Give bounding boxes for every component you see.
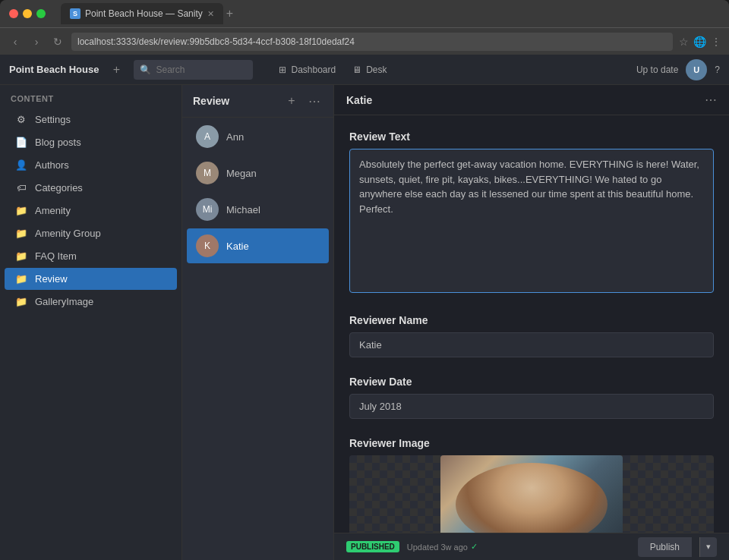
reviewer-name-label: Reviewer Name [349,314,714,326]
reviewer-avatar-ann: A [196,125,219,148]
sidebar-item-review[interactable]: 📁 Review [5,268,177,290]
reviewer-image-label: Reviewer Image [349,437,714,449]
sidebar-item-gallery-image[interactable]: 📁 GalleryImage [5,291,177,313]
browser-titlebar: S Point Beach House — Sanity ✕ + [0,0,729,27]
nav-item-desk[interactable]: 🖥 Desk [345,61,394,78]
sidebar: Content ⚙ Settings 📄 Blog posts 👤 Author… [0,85,182,560]
check-icon: ✓ [471,542,478,552]
nav-item-dashboard[interactable]: ⊞ Dashboard [271,61,343,78]
reviewer-image-container[interactable] [349,455,714,533]
sidebar-item-label: GalleryImage [35,296,93,307]
reviewer-image-section: Reviewer Image [349,437,714,533]
review-item-megan[interactable]: M Megan [187,156,329,190]
detail-title: Katie [346,94,705,106]
close-button[interactable] [9,9,18,18]
tab-bar: S Point Beach House — Sanity ✕ + [61,3,720,24]
blog-posts-icon: 📄 [15,137,27,148]
sidebar-item-label: Authors [35,159,69,171]
detail-content: Review Text Absolutely the perfect get-a… [334,115,729,533]
main-layout: Content ⚙ Settings 📄 Blog posts 👤 Author… [0,85,729,560]
panel-title: Review [193,95,277,107]
settings-icon: ⚙ [15,114,27,125]
review-date-input[interactable] [349,394,714,419]
help-icon[interactable]: ? [715,64,720,75]
sidebar-item-label: Amenity Group [35,228,101,239]
top-bar-right: Up to date U ? [636,59,720,80]
bottom-bar: PUBLISHED Updated 3w ago ✓ Publish ▾ [334,533,729,560]
sidebar-item-authors[interactable]: 👤 Authors [5,154,177,176]
faq-icon: 📁 [15,250,27,262]
panel-add-button[interactable]: + [283,93,300,109]
sidebar-item-label: Settings [35,114,71,125]
avatar[interactable]: U [686,59,707,80]
panel-header: Review + ⋯ [182,85,333,118]
reviewer-photo [440,455,623,533]
publish-button[interactable]: Publish [638,537,692,557]
review-item-michael[interactable]: Mi Michael [187,192,329,227]
reload-button[interactable]: ↻ [50,36,65,48]
sidebar-section-label: Content [0,85,181,108]
dashboard-label: Dashboard [291,64,336,75]
review-text-section: Review Text Absolutely the perfect get-a… [349,131,714,296]
reviewer-name: Katie [226,241,249,252]
panel-menu-button[interactable]: ⋯ [306,93,323,109]
sidebar-item-blog-posts[interactable]: 📄 Blog posts [5,131,177,153]
sidebar-item-label: Blog posts [35,137,81,148]
detail-menu-button[interactable]: ⋯ [705,93,717,107]
detail-panel: Katie ⋯ Review Text Absolutely the perfe… [334,85,729,560]
browser-chrome: S Point Beach House — Sanity ✕ + ‹ › ↻ ☆… [0,0,729,55]
reviewer-avatar-katie: K [196,234,219,257]
publish-dropdown-button[interactable]: ▾ [699,537,717,557]
search-icon: 🔍 [140,64,151,75]
review-item-katie[interactable]: K Katie [187,228,329,263]
sidebar-item-amenity[interactable]: 📁 Amenity [5,200,177,222]
address-input[interactable] [71,33,673,51]
minimize-button[interactable] [23,9,32,18]
reviewer-avatar-michael: Mi [196,198,219,221]
sidebar-item-label: Amenity [35,205,71,216]
browser-tab[interactable]: S Point Beach House — Sanity ✕ [61,3,223,24]
updated-text-value: Updated 3w ago [407,543,468,552]
reviewer-avatar-megan: M [196,162,219,184]
more-options-icon[interactable]: ⋮ [711,36,721,48]
search-box: 🔍 [134,60,253,80]
dashboard-icon: ⊞ [279,64,286,75]
review-list: A Ann M Megan Mi Michael K Katie [182,118,333,560]
browser-addressbar: ‹ › ↻ ☆ 🌐 ⋮ [0,27,729,55]
categories-icon: 🏷 [15,182,27,193]
profile-icon[interactable]: 🌐 [693,36,706,48]
detail-header: Katie ⋯ [334,85,729,115]
review-date-label: Review Date [349,376,714,388]
sidebar-item-label: Review [35,273,68,285]
tab-close-icon[interactable]: ✕ [207,9,214,19]
search-input[interactable] [156,64,247,75]
sidebar-item-categories[interactable]: 🏷 Categories [5,177,177,199]
amenity-group-icon: 📁 [15,228,27,239]
sidebar-item-amenity-group[interactable]: 📁 Amenity Group [5,222,177,244]
desk-label: Desk [366,64,387,75]
sidebar-item-faq-item[interactable]: 📁 FAQ Item [5,245,177,267]
top-nav: ⊞ Dashboard 🖥 Desk [271,61,394,78]
forward-button[interactable]: › [29,36,44,48]
maximize-button[interactable] [36,9,46,18]
review-text-input[interactable]: Absolutely the perfect get-away vacation… [349,149,714,293]
addressbar-actions: ☆ 🌐 ⋮ [679,36,721,48]
review-date-section: Review Date [349,376,714,419]
new-tab-button[interactable]: + [226,7,233,20]
top-bar: Point Beach House + 🔍 ⊞ Dashboard 🖥 Desk… [0,55,729,85]
app-container: Point Beach House + 🔍 ⊞ Dashboard 🖥 Desk… [0,55,729,560]
reviewer-name-section: Reviewer Name [349,314,714,357]
reviewer-name: Ann [226,131,244,143]
reviewer-name: Megan [226,168,257,179]
add-content-button[interactable]: + [108,61,125,78]
back-button[interactable]: ‹ [8,36,23,48]
review-item-ann[interactable]: A Ann [187,119,329,154]
sidebar-item-settings[interactable]: ⚙ Settings [5,109,177,131]
bookmark-icon[interactable]: ☆ [679,36,689,48]
sidebar-item-label: Categories [35,182,83,193]
desk-icon: 🖥 [352,64,361,75]
updated-text: Updated 3w ago ✓ [407,542,478,552]
review-text-label: Review Text [349,131,714,143]
reviewer-name-input[interactable] [349,332,714,357]
traffic-lights [9,9,46,18]
